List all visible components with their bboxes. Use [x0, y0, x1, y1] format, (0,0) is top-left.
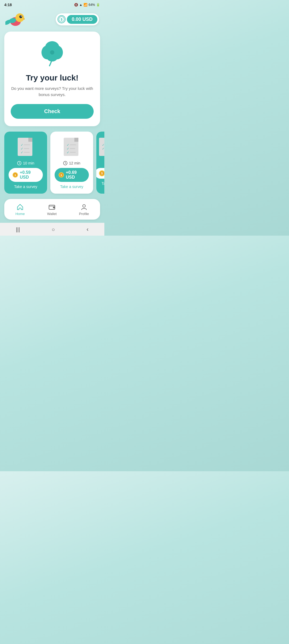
svg-point-61	[83, 205, 85, 207]
header: $ 0.00 USD	[0, 9, 104, 32]
svg-text:✓: ✓	[102, 143, 104, 147]
svg-line-26	[19, 163, 20, 164]
svg-text:✓: ✓	[67, 151, 69, 154]
balance-display[interactable]: $ 0.00 USD	[56, 13, 99, 25]
time-label-1: 10 min	[23, 161, 34, 165]
recents-button[interactable]: |||	[16, 227, 20, 233]
android-nav: ||| ○ ‹	[0, 223, 104, 236]
svg-rect-36	[70, 148, 75, 149]
battery-text: 64%	[89, 3, 95, 7]
wallet-icon	[48, 203, 56, 211]
reward-amount-2: +0.69 USD	[66, 170, 85, 180]
reward-pill-2: $ +0.69 USD	[55, 168, 89, 182]
svg-text:$: $	[101, 172, 103, 175]
home-label: Home	[16, 212, 25, 216]
wallet-label: Wallet	[47, 212, 57, 216]
check-button[interactable]: Check	[11, 104, 94, 119]
status-bar: 4:18 🔇 ▲ 📶 64% 🔋	[0, 0, 104, 9]
svg-text:$: $	[61, 18, 63, 21]
svg-text:✓: ✓	[102, 147, 104, 151]
reward-coin-2: $	[58, 172, 64, 178]
profile-label: Profile	[79, 212, 89, 216]
take-survey-label-2: Take a survey	[60, 185, 83, 189]
nav-item-profile[interactable]: Profile	[79, 203, 89, 216]
nav-item-home[interactable]: Home	[16, 203, 25, 216]
svg-text:✓: ✓	[67, 143, 69, 147]
svg-text:✓: ✓	[21, 151, 23, 154]
home-button[interactable]: ○	[52, 227, 55, 233]
clover-icon	[36, 39, 68, 68]
signal-icon: 📶	[83, 3, 88, 7]
app-logo	[5, 11, 25, 27]
battery-icon: 🔋	[96, 3, 100, 7]
time-label-2: 12 min	[69, 161, 80, 165]
clock-icon-1	[17, 161, 21, 165]
svg-marker-6	[24, 18, 25, 20]
take-survey-label-1: Take a survey	[14, 185, 37, 189]
svg-text:$: $	[14, 174, 16, 177]
survey-card-1[interactable]: ✓ ✓ ✓ 10 min $ +0.59 USD Take a survey	[4, 132, 47, 194]
svg-text:✓: ✓	[21, 143, 23, 147]
reward-coin-1: $	[12, 172, 18, 178]
svg-rect-38	[70, 152, 76, 153]
svg-rect-21	[24, 148, 29, 149]
back-button[interactable]: ‹	[87, 226, 89, 233]
coin-icon: $	[57, 15, 66, 24]
survey-card-2[interactable]: ✓ ✓ ✓ 12 min $ +0.69 USD Take a survey	[50, 132, 93, 194]
profile-icon	[80, 203, 88, 211]
svg-text:✓: ✓	[21, 147, 23, 151]
luck-description: Do you want more surveys? Try your luck …	[11, 86, 94, 98]
surveys-row: ✓ ✓ ✓ 10 min $ +0.59 USD Take a survey	[0, 132, 104, 199]
svg-rect-19	[24, 144, 30, 145]
luck-card: Try your luck! Do you want more surveys?…	[4, 32, 100, 126]
reward-amount-1: +0.59 USD	[20, 170, 39, 180]
mute-icon: 🔇	[74, 3, 78, 7]
svg-rect-32	[74, 138, 78, 142]
svg-line-41	[65, 163, 66, 164]
svg-point-14	[50, 50, 54, 55]
svg-rect-59	[53, 207, 55, 208]
bottom-nav: Home Wallet Profile	[4, 199, 100, 220]
svg-rect-34	[70, 144, 76, 145]
svg-text:$: $	[60, 174, 62, 177]
clock-icon-2	[63, 161, 67, 165]
svg-text:✓: ✓	[67, 147, 69, 151]
time-row-2: 12 min	[63, 161, 80, 165]
survey-card-3[interactable]: ✓ ✓ $ +0... Take a	[96, 132, 104, 194]
wifi-icon: ▲	[79, 3, 82, 7]
status-icons: 🔇 ▲ 📶 64% 🔋	[74, 3, 100, 7]
time-row-1: 10 min	[17, 161, 34, 165]
svg-point-5	[21, 16, 22, 17]
take-survey-label-3: Take a	[101, 181, 104, 186]
svg-rect-17	[28, 138, 32, 142]
luck-title: Try your luck!	[26, 73, 79, 82]
survey-doc-icon-3: ✓ ✓	[98, 136, 104, 158]
balance-amount: 0.00 USD	[67, 15, 97, 24]
reward-pill-3: $ +0...	[96, 168, 104, 179]
survey-doc-icon-2: ✓ ✓ ✓	[62, 136, 81, 158]
status-time: 4:18	[4, 3, 12, 7]
svg-rect-23	[24, 152, 30, 153]
reward-coin-3: $	[99, 170, 104, 177]
home-icon	[16, 203, 24, 211]
survey-doc-icon-1: ✓ ✓ ✓	[16, 136, 35, 158]
reward-pill-1: $ +0.59 USD	[9, 168, 43, 182]
nav-item-wallet[interactable]: Wallet	[47, 203, 57, 216]
svg-point-4	[19, 15, 22, 18]
